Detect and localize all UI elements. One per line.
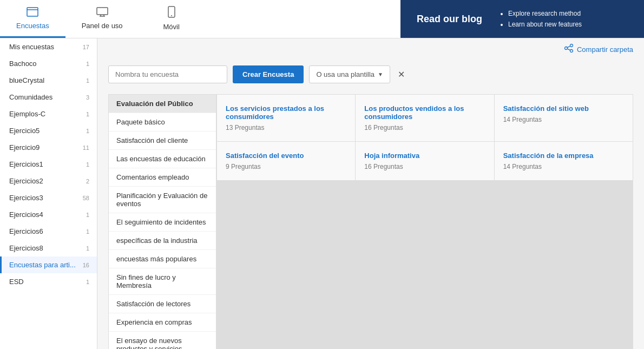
category-item-planificacion[interactable]: Planificación y Evaluación de eventos (109, 187, 216, 213)
sidebar-item-count: 17 (83, 44, 89, 50)
svg-rect-0 (27, 8, 38, 16)
svg-line-8 (567, 49, 570, 50)
sidebar-item-label: Ejercicio9 (9, 143, 40, 152)
template-card-2[interactable]: Satisfacción del sitio web 14 Preguntas (495, 95, 633, 141)
sidebar-item-count: 58 (83, 195, 89, 201)
create-row: Crear Encuesta O usa una plantilla ▼ ✕ (97, 60, 644, 94)
tab-encuestas[interactable]: Encuestas (0, 0, 65, 38)
template-count-1: 16 Preguntas (364, 124, 485, 131)
template-btn-label: O usa una plantilla (316, 70, 374, 78)
template-card-4[interactable]: Hoja informativa 16 Preguntas (356, 142, 494, 180)
template-title-2: Satisfacción del sitio web (503, 104, 624, 113)
tab-panel-label: Panel de uso (82, 22, 123, 30)
sidebar-item-ejercicios3[interactable]: Ejercicios3 58 (0, 189, 97, 206)
template-button[interactable]: O usa una plantilla ▼ (309, 65, 390, 83)
category-item-educacion[interactable]: Las encuestas de educación (109, 150, 216, 168)
sidebar-item-mis-encuestas[interactable]: Mis encuestas 17 (0, 38, 97, 55)
create-survey-button[interactable]: Crear Encuesta (233, 65, 304, 83)
sidebar-item-label: Encuestas para arti... (9, 261, 76, 269)
sidebar-item-ejercicio5[interactable]: Ejercicio5 1 (0, 122, 97, 139)
sidebar-item-count: 11 (83, 144, 89, 151)
sidebar: Mis encuestas 17 Bachoco 1 blueCrystal 1… (0, 38, 97, 349)
sidebar-item-ejercicios1[interactable]: Ejercicios1 1 (0, 156, 97, 173)
sidebar-item-esd[interactable]: ESD 1 (0, 273, 97, 290)
tab-movil[interactable]: Móvil (139, 0, 204, 38)
template-card-1[interactable]: Los productos vendidos a los consumidore… (356, 95, 494, 141)
tab-movil-label: Móvil (163, 23, 179, 31)
category-item-seguimiento[interactable]: El seguimiento de incidentes (109, 213, 216, 232)
close-button[interactable]: ✕ (396, 67, 407, 82)
sidebar-item-label: Ejercicio5 (9, 127, 40, 135)
sidebar-item-ejemplos-c[interactable]: Ejemplos-C 1 (0, 106, 97, 122)
template-count-3: 9 Preguntas (226, 163, 346, 170)
sidebar-item-label: Ejercicios4 (9, 210, 43, 219)
blog-banner[interactable]: Read our blog Explore research method Le… (400, 0, 644, 38)
sidebar-item-count: 2 (86, 178, 89, 185)
category-item-industria[interactable]: específicas de la industria (109, 232, 216, 250)
sidebar-item-count: 1 (86, 61, 89, 67)
sidebar-item-count: 1 (86, 128, 89, 134)
panel-icon (96, 7, 108, 19)
sidebar-item-ejercicios2[interactable]: Ejercicios2 2 (0, 173, 97, 189)
sidebar-item-label: Ejercicios1 (9, 160, 43, 168)
sidebar-item-count: 1 (86, 111, 89, 117)
chevron-down-icon: ▼ (378, 71, 383, 77)
blog-bullet-1: Explore research method (508, 8, 582, 19)
sidebar-item-label: blueCrystal (9, 76, 44, 84)
sidebar-item-count: 3 (86, 94, 89, 101)
sidebar-item-ejercicios4[interactable]: Ejercicios4 1 (0, 206, 97, 223)
category-item-populares[interactable]: encuestas más populares (109, 250, 216, 268)
template-card-3[interactable]: Satisfacción del evento 9 Preguntas (217, 142, 355, 180)
svg-point-4 (564, 47, 567, 50)
template-count-4: 16 Preguntas (364, 163, 485, 170)
sidebar-item-count: 1 (86, 77, 89, 84)
sidebar-item-label: Ejercicios3 (9, 194, 43, 202)
template-title-3: Satisfacción del evento (226, 152, 346, 160)
sidebar-item-label: Comunidades (9, 93, 52, 101)
category-item-experiencia[interactable]: Experiencia en compras (109, 313, 216, 332)
content-area: Compartir carpeta Crear Encuesta O usa u… (97, 38, 644, 349)
sidebar-item-count: 1 (86, 279, 89, 285)
sidebar-item-ejercicio9[interactable]: Ejercicio9 11 (0, 139, 97, 156)
category-item-lectores[interactable]: Satisfacción de lectores (109, 295, 216, 313)
template-card-0[interactable]: Los servicios prestados a los consumidor… (217, 95, 355, 141)
template-title-4: Hoja informativa (364, 152, 485, 160)
blog-bullet-2: Learn about new features (508, 19, 582, 30)
top-nav: Encuestas Panel de uso Móvil Read our bl… (0, 0, 644, 38)
svg-line-7 (567, 46, 570, 48)
category-item-ensayo[interactable]: El ensayo de nuevos productos y servicio… (109, 332, 216, 349)
sidebar-item-label: Ejercicios2 (9, 177, 43, 185)
sidebar-item-label: Ejercicios8 (9, 244, 43, 252)
share-folder-label: Compartir carpeta (577, 45, 633, 54)
sidebar-item-label: ESD (9, 278, 24, 286)
svg-point-3 (171, 15, 172, 16)
sidebar-item-encuestas-arti[interactable]: Encuestas para arti... 16 (0, 256, 97, 273)
sidebar-item-label: Ejercicios6 (9, 227, 43, 235)
sidebar-item-count: 1 (86, 245, 89, 252)
tab-encuestas-label: Encuestas (16, 22, 49, 30)
template-card-5[interactable]: Satisfacción de la empresa 14 Preguntas (495, 142, 633, 180)
svg-point-5 (570, 44, 573, 47)
category-item-comentarios[interactable]: Comentarios empleado (109, 168, 216, 187)
sidebar-item-count: 1 (86, 228, 89, 235)
templates-container: Evaluación del Público Paquete básico Sa… (97, 94, 644, 349)
category-item-evaluacion[interactable]: Evaluación del Público (109, 95, 216, 113)
survey-name-input[interactable] (108, 65, 227, 83)
category-item-paquete[interactable]: Paquete básico (109, 113, 216, 131)
template-title-0: Los servicios prestados a los consumidor… (226, 104, 346, 121)
category-list: Evaluación del Público Paquete básico Sa… (108, 94, 216, 349)
template-title-5: Satisfacción de la empresa (503, 152, 624, 160)
tab-panel[interactable]: Panel de uso (65, 0, 139, 38)
sidebar-item-ejercicios6[interactable]: Ejercicios6 1 (0, 223, 97, 240)
sidebar-item-ejercicios8[interactable]: Ejercicios8 1 (0, 240, 97, 256)
svg-point-6 (570, 50, 573, 52)
category-item-satisfaccion-cliente[interactable]: Satisfacción del cliente (109, 131, 216, 150)
sidebar-item-label: Bachoco (9, 60, 37, 68)
sidebar-item-bachoco[interactable]: Bachoco 1 (0, 55, 97, 72)
template-title-1: Los productos vendidos a los consumidore… (364, 104, 485, 121)
category-item-sin-fines[interactable]: Sin fines de lucro y Membresía (109, 268, 216, 295)
sidebar-item-bluecrystal[interactable]: blueCrystal 1 (0, 72, 97, 89)
sidebar-item-comunidades[interactable]: Comunidades 3 (0, 89, 97, 106)
share-folder-button[interactable]: Compartir carpeta (564, 44, 633, 55)
sidebar-item-label: Ejemplos-C (9, 110, 45, 118)
